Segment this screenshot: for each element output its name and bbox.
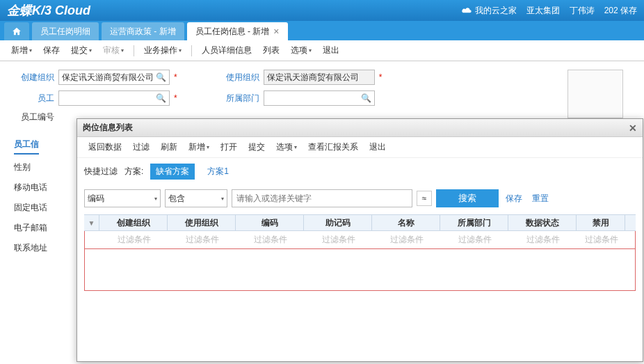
dtb-report[interactable]: 查看汇报关系 xyxy=(304,139,362,155)
reset-link[interactable]: 重置 xyxy=(529,193,552,205)
home-icon xyxy=(12,26,22,36)
dtb-submit[interactable]: 提交 xyxy=(244,139,269,155)
col-mnemonic[interactable]: 助记码 xyxy=(304,215,372,230)
chevron-down-icon: ▾ xyxy=(29,47,32,54)
create-org-label: 创建组织 xyxy=(14,72,54,84)
double-chevron-icon: ≈ xyxy=(422,193,427,203)
scheme-default[interactable]: 缺省方案 xyxy=(150,164,195,180)
chevron-down-icon: ▾ xyxy=(221,196,224,202)
use-org-input[interactable]: 保定讯天游商贸有限公司 xyxy=(264,70,375,85)
filter-cell[interactable]: 过滤条件 xyxy=(509,231,577,248)
app-logo: 金蝶K/3 Cloud xyxy=(7,2,90,19)
dialog-title-text: 岗位信息列表 xyxy=(83,122,133,134)
tab-carrier-policy[interactable]: 运营商政策 - 新增 xyxy=(102,22,184,40)
dtb-open[interactable]: 打开 xyxy=(216,139,241,155)
use-org-label: 使用组织 xyxy=(219,72,259,84)
chevron-down-icon: ▾ xyxy=(207,144,209,150)
scheme-label: 方案: xyxy=(124,166,143,177)
search-icon[interactable]: 🔍 xyxy=(361,93,371,103)
col-name[interactable]: 名称 xyxy=(372,215,440,230)
keyword-input[interactable] xyxy=(232,189,412,207)
tb-detail[interactable]: 人员详细信息 xyxy=(198,42,256,58)
employee-input[interactable]: 🔍 xyxy=(58,90,170,106)
col-status[interactable]: 数据状态 xyxy=(508,215,577,230)
employee-label: 员工 xyxy=(14,93,54,104)
col-use-org[interactable]: 使用组织 xyxy=(168,215,236,230)
data-grid: ▼ 创建组织 使用组织 编码 助记码 名称 所属部门 数据状态 禁用 过滤条件 … xyxy=(84,214,636,291)
app-header: 金蝶K/3 Cloud 我的云之家 亚太集团 丁伟涛 202 保存 xyxy=(0,0,644,21)
close-icon[interactable]: × xyxy=(273,26,279,36)
dtb-option[interactable]: 选项▾ xyxy=(272,139,301,155)
close-icon[interactable]: ✕ xyxy=(629,122,637,134)
create-org-input[interactable]: 保定讯天游商贸有限公司 🔍 xyxy=(58,70,170,85)
tb-exit[interactable]: 退出 xyxy=(319,42,344,58)
search-icon[interactable]: 🔍 xyxy=(156,93,166,103)
chevron-down-icon: ▾ xyxy=(121,47,124,54)
required-mark: * xyxy=(174,93,177,103)
dialog-scheme-row: 快捷过滤 方案: 缺省方案 方案1 xyxy=(77,158,643,185)
tb-list[interactable]: 列表 xyxy=(259,42,284,58)
filter-cell[interactable]: 过滤条件 xyxy=(441,231,509,248)
filter-cell[interactable]: 过滤条件 xyxy=(373,231,441,248)
chevron-down-icon: ▾ xyxy=(179,47,182,54)
tb-submit[interactable]: 提交▾ xyxy=(67,42,96,58)
required-mark: * xyxy=(379,72,383,82)
header-user[interactable]: 丁伟涛 xyxy=(570,5,595,17)
filter-cell[interactable]: 过滤条件 xyxy=(236,231,305,248)
tb-new[interactable]: 新增▾ xyxy=(7,42,36,58)
search-button[interactable]: 搜索 xyxy=(436,189,499,207)
chevron-down-icon: ▾ xyxy=(154,196,157,202)
filter-indicator-icon[interactable]: ▼ xyxy=(84,215,99,230)
filter-cell[interactable]: 过滤条件 xyxy=(100,231,168,248)
search-icon[interactable]: 🔍 xyxy=(156,72,166,82)
tb-bizop[interactable]: 业务操作▾ xyxy=(140,42,186,58)
filter-cell[interactable]: 过滤条件 xyxy=(577,231,626,248)
filter-cell[interactable]: 过滤条件 xyxy=(305,231,373,248)
chevron-down-icon: ▾ xyxy=(89,47,92,54)
col-disabled[interactable]: 禁用 xyxy=(577,215,625,230)
grid-body xyxy=(84,249,636,291)
dialog-titlebar[interactable]: 岗位信息列表 ✕ xyxy=(77,119,643,137)
cloud-link[interactable]: 我的云之家 xyxy=(461,5,517,17)
photo-placeholder[interactable] xyxy=(567,70,623,118)
dtb-refresh[interactable]: 刷新 xyxy=(156,139,182,155)
expand-toggle[interactable]: ≈ xyxy=(417,191,432,206)
tb-audit[interactable]: 审核▾ xyxy=(99,42,128,58)
subtab-employee-info[interactable]: 员工信 xyxy=(14,136,39,155)
dtb-new[interactable]: 新增▾ xyxy=(184,139,214,155)
dept-label: 所属部门 xyxy=(219,93,259,104)
header-right: 我的云之家 亚太集团 丁伟涛 202 保存 xyxy=(461,5,637,17)
post-list-dialog: 岗位信息列表 ✕ 返回数据 过滤 刷新 新增▾ 打开 提交 选项▾ 查看汇报关系… xyxy=(77,118,643,362)
tab-employee-detail[interactable]: 员工任岗明细 xyxy=(32,22,99,40)
tb-option[interactable]: 选项▾ xyxy=(287,42,316,58)
dtb-exit[interactable]: 退出 xyxy=(365,139,390,155)
grid-filter-row: 过滤条件 过滤条件 过滤条件 过滤条件 过滤条件 过滤条件 过滤条件 过滤条件 xyxy=(84,231,636,249)
tab-home[interactable] xyxy=(4,22,29,40)
dtb-filter[interactable]: 过滤 xyxy=(129,139,154,155)
tb-save[interactable]: 保存 xyxy=(39,42,64,58)
operator-select[interactable]: 包含▾ xyxy=(165,189,227,207)
required-mark: * xyxy=(174,72,177,82)
tab-employee-post-new[interactable]: 员工任岗信息 - 新增 × xyxy=(187,22,288,40)
field-select[interactable]: 编码▾ xyxy=(84,189,161,207)
col-dept[interactable]: 所属部门 xyxy=(440,215,508,230)
col-create-org[interactable]: 创建组织 xyxy=(99,215,168,230)
separator xyxy=(191,45,192,56)
chevron-down-icon: ▾ xyxy=(294,144,297,150)
dialog-search-row: 编码▾ 包含▾ ≈ 搜索 保存 重置 xyxy=(77,185,643,212)
col-code[interactable]: 编码 xyxy=(236,215,304,230)
save-link[interactable]: 保存 xyxy=(503,193,525,205)
dtb-back[interactable]: 返回数据 xyxy=(84,139,126,155)
header-msg[interactable]: 202 保存 xyxy=(604,5,637,17)
grid-header: ▼ 创建组织 使用组织 编码 助记码 名称 所属部门 数据状态 禁用 xyxy=(84,214,636,231)
employee-no-label: 员工编号 xyxy=(14,111,54,123)
header-org[interactable]: 亚太集团 xyxy=(526,5,560,17)
dept-input[interactable]: 🔍 xyxy=(264,90,375,106)
tab-bar: 员工任岗明细 运营商政策 - 新增 员工任岗信息 - 新增 × xyxy=(0,21,644,40)
quick-filter-label: 快捷过滤 xyxy=(84,166,118,177)
filter-cell[interactable]: 过滤条件 xyxy=(168,231,236,248)
chevron-down-icon: ▾ xyxy=(309,47,312,54)
cloud-icon xyxy=(461,6,472,15)
scheme-1[interactable]: 方案1 xyxy=(202,164,234,180)
main-toolbar: 新增▾ 保存 提交▾ 审核▾ 业务操作▾ 人员详细信息 列表 选项▾ 退出 xyxy=(0,40,644,61)
